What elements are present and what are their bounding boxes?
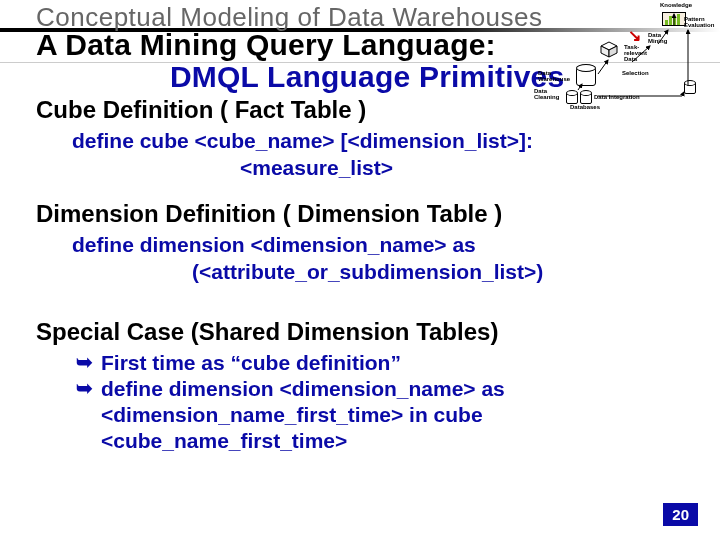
svg-line-5: [632, 46, 650, 62]
title-line-2: DMQL Language Primitives: [36, 60, 564, 94]
svg-line-6: [598, 60, 608, 74]
bullet-text: define dimension <dimension_name> as <di…: [101, 376, 692, 455]
title-line-1: A Data Mining Query Language:: [36, 28, 564, 62]
slide-body: Cube Definition ( Fact Table ) define cu…: [36, 96, 692, 455]
svg-line-4: [658, 30, 668, 44]
bullet-text: First time as “cube definition”: [101, 350, 692, 376]
code-line: (<attribute_or_subdimension_list>): [72, 259, 692, 286]
code-line: define dimension <dimension_name> as: [72, 233, 476, 256]
heading-cube-def: Cube Definition ( Fact Table ): [36, 96, 692, 124]
slide-title: A Data Mining Query Language: DMQL Langu…: [36, 28, 564, 94]
heading-dim-def: Dimension Definition ( Dimension Table ): [36, 200, 692, 228]
code-dim-def: define dimension <dimension_name> as (<a…: [72, 232, 692, 286]
bullet-arrow-icon: ➥: [76, 350, 93, 376]
heading-special-case: Special Case (Shared Dimension Tables): [36, 318, 692, 346]
svg-line-7: [578, 84, 582, 90]
bullet-item: ➥ First time as “cube definition”: [76, 350, 692, 376]
code-cube-def: define cube <cube_name> [<dimension_list…: [72, 128, 692, 182]
code-line: <measure_list>: [72, 155, 692, 182]
code-line: define cube <cube_name> [<dimension_list…: [72, 129, 533, 152]
bullet-item: ➥ define dimension <dimension_name> as <…: [76, 376, 692, 455]
page-number-badge: 20: [663, 503, 698, 526]
dw-architecture-diagram: Knowledge Pattern Evaluation ↘ Data Mini…: [532, 2, 704, 110]
bullet-arrow-icon: ➥: [76, 376, 93, 455]
